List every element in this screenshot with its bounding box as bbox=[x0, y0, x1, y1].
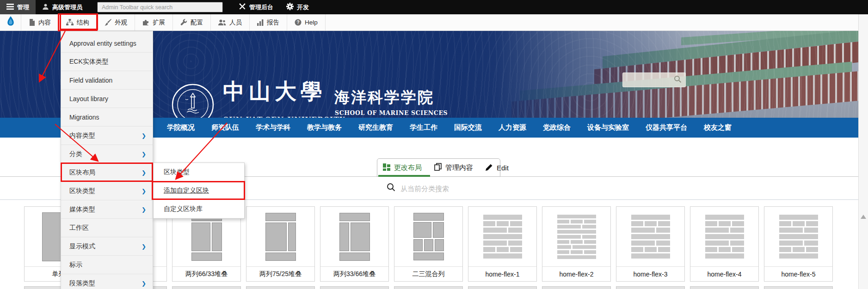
banner-search-box[interactable] bbox=[622, 72, 686, 87]
toolbar-item-扩展[interactable]: 扩展 bbox=[135, 14, 173, 30]
layout-card-next-row[interactable] bbox=[320, 286, 389, 289]
manage-label: 管理 bbox=[17, 3, 29, 12]
category-search-input[interactable] bbox=[400, 181, 585, 195]
site-nav-item-教学与教务[interactable]: 教学与教务 bbox=[307, 123, 342, 132]
site-nav-item-学生工作[interactable]: 学生工作 bbox=[410, 123, 437, 132]
thumbnail-row bbox=[631, 228, 670, 233]
menu-item-Field validation[interactable]: Field validation bbox=[61, 71, 153, 90]
manage-menu-button[interactable]: 管理 bbox=[0, 0, 36, 14]
layout-card-next-row[interactable] bbox=[616, 286, 685, 289]
layout-card-两列75/25堆叠[interactable]: 两列75/25堆叠 bbox=[246, 206, 315, 282]
thumbnail-cell bbox=[339, 223, 350, 251]
toolbar-item-报告[interactable]: 报告 bbox=[250, 14, 287, 30]
submenu-item-区块类型[interactable]: 区块类型 bbox=[154, 163, 244, 181]
menu-item-内容类型[interactable]: 内容类型❯ bbox=[61, 126, 153, 145]
menu-item-Approval entity settings[interactable]: Approval entity settings bbox=[61, 34, 153, 53]
submenu-item-自定义区块库[interactable]: 自定义区块库 bbox=[154, 200, 244, 218]
submenu-item-添加自定义区块[interactable]: 添加自定义区块 bbox=[154, 181, 244, 200]
site-nav-item-学院概况[interactable]: 学院概况 bbox=[167, 123, 195, 132]
toolbar-item-label: 扩展 bbox=[153, 18, 165, 27]
menu-item-label: Layout library bbox=[69, 95, 108, 102]
thumbnail-cell bbox=[413, 253, 444, 260]
thumbnail-cell bbox=[191, 253, 222, 261]
site-nav-item-党政综合[interactable]: 党政综合 bbox=[543, 123, 571, 132]
thumbnail-cell bbox=[339, 253, 370, 261]
admin-quick-search-input[interactable] bbox=[97, 2, 223, 12]
menu-item-标示[interactable]: 标示 bbox=[61, 256, 153, 274]
menu-item-显示模式[interactable]: 显示模式❯ bbox=[61, 237, 153, 256]
copy-icon bbox=[434, 163, 442, 172]
dev-button[interactable]: 开发 bbox=[280, 0, 315, 14]
drupal-home-button[interactable] bbox=[0, 14, 21, 30]
thumbnail-row bbox=[705, 253, 744, 259]
thumbnail-cell bbox=[631, 241, 655, 246]
layout-card-next-row[interactable] bbox=[542, 286, 611, 289]
thumbnail-cell bbox=[631, 221, 643, 226]
user-menu-button[interactable]: 高级管理员 bbox=[36, 0, 89, 14]
chevron-right-icon: ❯ bbox=[142, 151, 146, 157]
thumbnail-cell bbox=[584, 250, 596, 254]
menu-item-区块类型[interactable]: 区块类型❯ bbox=[61, 182, 153, 200]
site-nav-item-设备与实验室[interactable]: 设备与实验室 bbox=[587, 123, 629, 132]
layout-card-next-row[interactable] bbox=[394, 286, 463, 289]
thumbnail-cell bbox=[573, 245, 596, 249]
thumbnail-row bbox=[557, 245, 596, 249]
tab-管理内容[interactable]: 管理内容 bbox=[434, 163, 473, 172]
layout-card-home-flex-4[interactable]: home-flex-4 bbox=[690, 206, 759, 282]
tab-Edit[interactable]: Edit bbox=[486, 163, 509, 172]
toolbar-item-内容[interactable]: 内容 bbox=[21, 14, 59, 30]
layout-card-next-row[interactable] bbox=[172, 286, 241, 289]
thumbnail-cell bbox=[483, 215, 522, 220]
menu-item-分类[interactable]: 分类❯ bbox=[61, 145, 153, 163]
site-nav-item-仪器共享平台[interactable]: 仪器共享平台 bbox=[646, 123, 687, 132]
menu-item-Layout library[interactable]: Layout library bbox=[61, 90, 153, 108]
site-nav-item-人力资源[interactable]: 人力资源 bbox=[499, 123, 526, 132]
menu-item-label: 区块布局 bbox=[69, 169, 95, 177]
submenu-item-label: 添加自定义区块 bbox=[164, 187, 209, 195]
menu-item-工作区[interactable]: 工作区 bbox=[61, 219, 153, 237]
active-tab-underline bbox=[378, 175, 430, 177]
drupal-logo-icon bbox=[6, 16, 15, 29]
layout-card-home-flex-5[interactable]: home-flex-5 bbox=[764, 206, 833, 282]
toolbar-item-外观[interactable]: 外观 bbox=[97, 14, 135, 30]
menu-item-label: 区块类型 bbox=[69, 187, 95, 195]
thumbnail-cell bbox=[732, 247, 744, 252]
thumbnail-cell bbox=[351, 223, 369, 251]
hamburger-icon bbox=[6, 4, 14, 11]
menu-item-媒体类型[interactable]: 媒体类型❯ bbox=[61, 200, 153, 219]
layout-card-两列33/66堆叠[interactable]: 两列33/66堆叠 bbox=[320, 206, 389, 282]
thumbnail-cell bbox=[779, 241, 803, 246]
menu-item-Migrations[interactable]: Migrations bbox=[61, 108, 153, 126]
thumbnail-row bbox=[557, 250, 596, 254]
page-scrollbar[interactable] bbox=[858, 14, 868, 289]
layout-card-next-row[interactable] bbox=[468, 286, 537, 289]
thumbnail-row bbox=[557, 230, 596, 234]
site-nav-item-国际交流[interactable]: 国际交流 bbox=[454, 123, 482, 132]
thumbnail-cell bbox=[631, 234, 670, 239]
layout-card-home-flex-2[interactable]: home-flex-2 bbox=[542, 206, 611, 282]
menu-item-ECK实体类型[interactable]: ECK实体类型 bbox=[61, 53, 153, 71]
admin-menu-toolbar: 内容结构外观扩展配置人员报告?Help bbox=[0, 14, 868, 31]
menu-item-label: Approval entity settings bbox=[69, 40, 136, 47]
layout-card-next-row[interactable] bbox=[246, 286, 315, 289]
site-nav-item-师资队伍[interactable]: 师资队伍 bbox=[211, 123, 239, 132]
site-nav-item-校友之窗[interactable]: 校友之窗 bbox=[704, 123, 732, 132]
toolbar-item-配置[interactable]: 配置 bbox=[173, 14, 211, 30]
site-nav-item-学术与学科[interactable]: 学术与学科 bbox=[256, 123, 290, 132]
thumbnail-cell bbox=[804, 228, 818, 233]
admin-backend-button[interactable]: 管理后台 bbox=[232, 0, 280, 14]
toolbar-item-结构[interactable]: 结构 bbox=[59, 14, 97, 30]
toolbar-item-Help[interactable]: ?Help bbox=[287, 14, 326, 30]
layout-card-next-row[interactable] bbox=[764, 286, 833, 289]
tab-更改布局[interactable]: 更改布局 bbox=[383, 163, 422, 172]
menu-item-区块布局[interactable]: 区块布局❯ bbox=[61, 163, 153, 182]
menu-item-段落类型[interactable]: 段落类型❯ bbox=[61, 274, 153, 289]
toolbar-item-人员[interactable]: 人员 bbox=[211, 14, 250, 30]
site-nav-item-研究生教育[interactable]: 研究生教育 bbox=[358, 123, 393, 132]
layout-card-二三混合列[interactable]: 二三混合列 bbox=[394, 206, 463, 282]
layout-card-home-flex-3[interactable]: home-flex-3 bbox=[616, 206, 685, 282]
layout-thumbnail bbox=[557, 215, 596, 259]
layout-card-home-flex-1[interactable]: home-flex-1 bbox=[468, 206, 537, 282]
layout-card-next-row[interactable] bbox=[690, 286, 759, 289]
scroll-up-arrow[interactable] bbox=[861, 215, 866, 219]
